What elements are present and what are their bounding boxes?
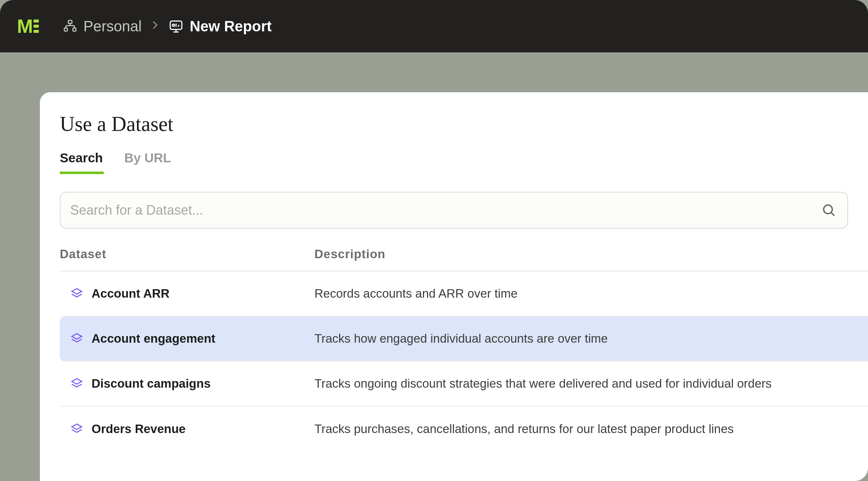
breadcrumb-personal-label: Personal — [83, 18, 142, 35]
breadcrumb-new-report[interactable]: New Report — [168, 18, 272, 35]
svg-rect-1 — [64, 28, 67, 31]
svg-point-5 — [824, 205, 832, 214]
breadcrumb-personal[interactable]: Personal — [63, 18, 142, 35]
dataset-name: Discount campaigns — [92, 377, 211, 391]
search-field[interactable] — [60, 192, 848, 229]
dataset-description: Tracks purchases, cancellations, and ret… — [314, 422, 868, 436]
tabs: Search By URL — [60, 150, 868, 173]
report-icon — [168, 18, 184, 34]
dataset-row[interactable]: Account ARR Records accounts and ARR ove… — [60, 271, 868, 316]
tab-by-url[interactable]: By URL — [124, 150, 171, 173]
svg-point-4 — [172, 24, 175, 27]
dataset-panel: Use a Dataset Search By URL Dataset Desc… — [40, 92, 868, 481]
dataset-description: Tracks how engaged individual accounts a… — [314, 332, 868, 346]
table-header: Dataset Description — [60, 247, 868, 271]
tab-search[interactable]: Search — [60, 150, 103, 173]
table-body: Account ARR Records accounts and ARR ove… — [60, 271, 868, 451]
dataset-name: Orders Revenue — [92, 422, 186, 436]
column-description: Description — [314, 247, 868, 261]
svg-rect-0 — [68, 20, 72, 23]
search-icon — [822, 203, 836, 218]
layers-icon — [70, 377, 83, 390]
person-icon — [63, 18, 78, 34]
search-input[interactable] — [70, 203, 822, 218]
svg-rect-2 — [73, 28, 76, 31]
logo-letter: M — [17, 17, 32, 36]
layers-icon — [70, 422, 83, 436]
dataset-name: Account engagement — [92, 332, 216, 346]
layers-icon — [70, 287, 83, 300]
app-logo[interactable]: M — [17, 16, 46, 37]
dataset-row[interactable]: Account engagement Tracks how engaged in… — [60, 316, 868, 361]
layers-icon — [70, 332, 83, 345]
chevron-right-icon — [152, 20, 158, 32]
column-dataset: Dataset — [60, 247, 314, 261]
dataset-row[interactable]: Orders Revenue Tracks purchases, cancell… — [60, 406, 868, 451]
dataset-description: Records accounts and ARR over time — [314, 287, 868, 301]
breadcrumb: Personal New Re — [63, 18, 272, 35]
top-bar: M Personal — [0, 0, 868, 52]
dataset-row[interactable]: Discount campaigns Tracks ongoing discou… — [60, 361, 868, 406]
breadcrumb-current-label: New Report — [190, 18, 272, 35]
panel-title: Use a Dataset — [60, 112, 868, 136]
dataset-name: Account ARR — [92, 287, 169, 301]
app-frame: M Personal — [0, 0, 868, 481]
dataset-description: Tracks ongoing discount strategies that … — [314, 377, 868, 391]
logo-bars — [34, 20, 39, 33]
